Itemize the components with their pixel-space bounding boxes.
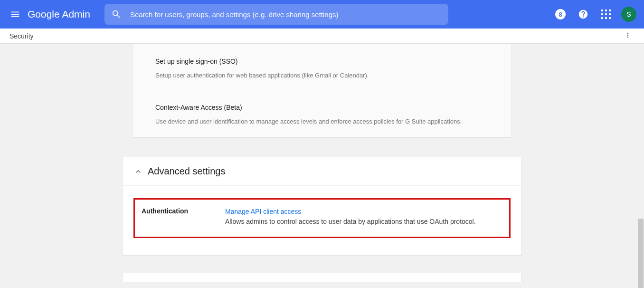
chevron-up-icon bbox=[133, 167, 143, 176]
row-description: Setup user authentication for web based … bbox=[155, 71, 489, 80]
logo-google-text: Google bbox=[28, 9, 60, 19]
authentication-description: Allows admins to control access to user … bbox=[225, 218, 502, 225]
help-icon[interactable] bbox=[574, 5, 593, 24]
page-content: Set up single sign-on (SSO) Setup user a… bbox=[0, 44, 644, 288]
advanced-settings-toggle[interactable]: Advanced settings bbox=[123, 157, 521, 186]
search-bar[interactable] bbox=[104, 4, 448, 25]
advanced-settings-body: Authentication Manage API client access … bbox=[123, 186, 521, 255]
scrollbar-thumb[interactable] bbox=[638, 219, 644, 288]
app-logo[interactable]: Google Admin bbox=[28, 9, 90, 20]
sub-header: Security bbox=[0, 29, 644, 44]
advanced-settings-card: Advanced settings Authentication Manage … bbox=[123, 157, 521, 256]
hamburger-menu-icon[interactable] bbox=[6, 5, 25, 24]
row-title: Set up single sign-on (SSO) bbox=[155, 58, 489, 65]
more-options-icon[interactable] bbox=[621, 29, 635, 44]
account-avatar[interactable]: S bbox=[619, 5, 638, 24]
search-icon bbox=[111, 9, 122, 19]
search-input[interactable] bbox=[130, 10, 442, 19]
header-actions: 8 S bbox=[551, 5, 638, 24]
apps-launcher-icon[interactable] bbox=[597, 5, 616, 24]
logo-admin-text: Admin bbox=[60, 9, 90, 19]
breadcrumb: Security bbox=[9, 32, 34, 40]
row-description: Use device and user identification to ma… bbox=[155, 117, 489, 126]
scrollbar-track[interactable] bbox=[637, 44, 644, 288]
app-header: Google Admin 8 S bbox=[0, 0, 644, 29]
setting-row-context-aware[interactable]: Context-Aware Access (Beta) Use device a… bbox=[133, 92, 511, 138]
row-title: Context-Aware Access (Beta) bbox=[155, 104, 489, 111]
authentication-label: Authentication bbox=[142, 207, 225, 225]
settings-card-group: Set up single sign-on (SSO) Setup user a… bbox=[132, 44, 512, 138]
next-card-peek bbox=[123, 273, 521, 282]
advanced-settings-title: Advanced settings bbox=[148, 166, 225, 177]
setting-row-sso[interactable]: Set up single sign-on (SSO) Setup user a… bbox=[133, 44, 511, 92]
updates-icon[interactable]: 8 bbox=[551, 5, 570, 24]
manage-api-client-access-link[interactable]: Manage API client access bbox=[225, 208, 301, 215]
authentication-highlight: Authentication Manage API client access … bbox=[133, 198, 511, 238]
